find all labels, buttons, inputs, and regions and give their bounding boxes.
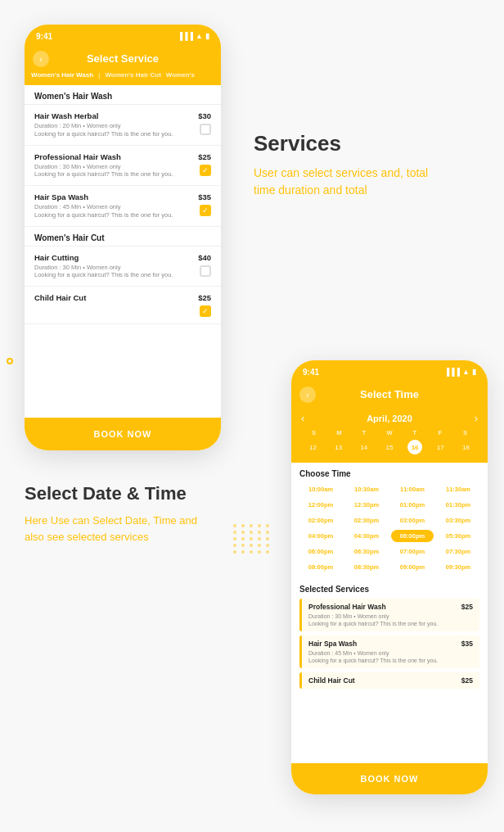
list-item[interactable]: Hair Cutting Duration : 30 Min • Women o…: [25, 246, 221, 287]
selected-services: Selected Services Professional Hair Wash…: [291, 580, 488, 739]
time-slot-0930pm[interactable]: 09:30pm: [437, 561, 479, 573]
date-time-desc: Here Use can Select Date, Time and also …: [25, 513, 213, 545]
calendar: ‹ April, 2020 › S M T W T F S 12 13 14 1…: [291, 407, 488, 463]
time-slot-0430pm[interactable]: 04:30pm: [345, 530, 388, 542]
time-slot-0900pm[interactable]: 09:00pm: [391, 561, 434, 573]
service-name: Hair Spa Wash: [34, 192, 177, 201]
time-slot-0530pm[interactable]: 05:30pm: [437, 530, 479, 542]
wifi-icon: ▲: [196, 32, 203, 40]
time-slot-1030am[interactable]: 10:30am: [345, 483, 388, 495]
cal-day-14[interactable]: 14: [352, 440, 376, 454]
tab-womens-hair-wash[interactable]: Women's Hair Wash: [31, 71, 93, 79]
service-price: $30: [198, 111, 211, 120]
tab-womens[interactable]: Women's: [166, 71, 195, 79]
prev-month-button[interactable]: ‹: [301, 412, 304, 424]
service-price: $40: [198, 253, 211, 262]
list-item[interactable]: Hair Spa Wash Duration : 45 Min • Women …: [25, 186, 221, 227]
list-item[interactable]: Professional Hair Wash Duration : 30 Min…: [25, 146, 221, 187]
month-label: April, 2020: [367, 414, 412, 423]
list-item: Hair Spa Wash $35 Duration : 45 Min • Wo…: [299, 635, 479, 668]
service-desc: Duration : 30 Min • Women onlyLooking fo…: [34, 163, 177, 179]
service-checkbox[interactable]: ✓: [200, 165, 211, 176]
next-month-button[interactable]: ›: [475, 412, 478, 424]
service-price: $25: [198, 152, 211, 161]
selected-services-title: Selected Services: [299, 585, 479, 594]
time-slot-0630pm[interactable]: 06:30pm: [345, 545, 388, 558]
cal-day-12[interactable]: 12: [301, 440, 325, 454]
service-desc: Duration : 30 Min • Women onlyLooking fo…: [34, 264, 177, 280]
days-header: S M T W T F S: [301, 429, 478, 436]
status-time-right: 9:41: [303, 368, 319, 377]
service-name: Professional Hair Wash: [34, 152, 177, 161]
selected-service-desc: Duration : 30 Min • Women onlyLooking fo…: [308, 613, 473, 627]
status-icons-right: ▐▐▐ ▲ ▮: [444, 368, 476, 376]
signal-icon: ▐▐▐: [178, 32, 193, 40]
time-slot-0100pm[interactable]: 01:00pm: [391, 499, 434, 511]
service-name: Hair Wash Herbal: [34, 111, 177, 120]
service-checkbox[interactable]: ✓: [200, 305, 211, 317]
phone-right: 9:41 ▐▐▐ ▲ ▮ ‹ Select Time ‹ April, 2020…: [291, 360, 488, 794]
list-item: Child Hair Cut $25: [299, 672, 479, 689]
phone-left: 9:41 ▐▐▐ ▲ ▮ ‹ Select Service Women's Ha…: [25, 25, 221, 450]
back-button-left[interactable]: ‹: [33, 51, 49, 67]
selected-service-price: $25: [461, 676, 473, 685]
list-item[interactable]: Hair Wash Herbal Duration : 20 Min • Wom…: [25, 105, 221, 146]
page-title-left: Select Service: [87, 52, 159, 65]
services-desc: User can select services and, total time…: [254, 165, 450, 199]
time-slot-0830pm[interactable]: 08:30pm: [345, 561, 388, 573]
time-slot-1000am[interactable]: 10:00am: [299, 483, 342, 495]
selected-service-name: Child Hair Cut: [308, 676, 355, 685]
time-grid: 10:00am 10:30am 11:00am 11:30am 12:00pm …: [299, 483, 479, 573]
cal-day-18[interactable]: 18: [454, 440, 478, 454]
phone-header-right: ‹ Select Time: [291, 383, 488, 407]
time-services-scroll: Choose Time 10:00am 10:30am 11:00am 11:3…: [291, 463, 488, 759]
section-title-wash: Women's Hair Wash: [25, 85, 221, 105]
time-slot-1230pm[interactable]: 12:30pm: [345, 499, 388, 511]
date-time-title: Select Date & Time: [25, 483, 213, 504]
selected-service-price: $25: [461, 603, 473, 611]
choose-time-title: Choose Time: [299, 469, 479, 478]
time-slot-0330pm[interactable]: 03:30pm: [437, 514, 479, 527]
time-slot-0600pm-selected[interactable]: 06:00pm: [391, 530, 434, 542]
back-button-right[interactable]: ‹: [299, 387, 316, 403]
cal-day-16[interactable]: 16: [407, 440, 422, 454]
book-now-button-left[interactable]: BOOK NOW: [25, 418, 221, 450]
date-time-description: Select Date & Time Here Use can Select D…: [25, 483, 213, 545]
status-bar-right: 9:41 ▐▐▐ ▲ ▮: [291, 360, 488, 383]
battery-icon: ▮: [472, 368, 476, 376]
list-item: Professional Hair Wash $25 Duration : 30…: [299, 599, 479, 631]
cal-day-13[interactable]: 13: [326, 440, 350, 454]
service-price: $35: [198, 192, 211, 201]
time-slot-0600pm[interactable]: 06:00pm: [299, 545, 342, 558]
time-slot-0300pm[interactable]: 03:00pm: [391, 514, 434, 527]
service-name: Hair Cutting: [34, 253, 177, 262]
time-slot-0230pm[interactable]: 02:30pm: [345, 514, 388, 527]
battery-icon: ▮: [205, 32, 209, 40]
service-checkbox[interactable]: ✓: [200, 205, 211, 216]
time-slot-0130pm[interactable]: 01:30pm: [437, 499, 479, 511]
cal-day-15[interactable]: 15: [377, 440, 401, 454]
time-slot-0800pm[interactable]: 08:00pm: [299, 561, 342, 573]
signal-icon: ▐▐▐: [444, 368, 460, 376]
book-now-button-right[interactable]: BOOK NOW: [291, 763, 488, 794]
calendar-nav: ‹ April, 2020 ›: [301, 412, 478, 424]
time-slot-0700pm[interactable]: 07:00pm: [391, 545, 434, 558]
time-slot-0200pm[interactable]: 02:00pm: [299, 514, 342, 527]
service-name: Child Hair Cut: [34, 293, 177, 302]
tabs-bar: Women's Hair Wash | Women's Hair Cut Wom…: [25, 71, 221, 85]
cal-day-17[interactable]: 17: [429, 440, 452, 454]
time-slot-0730pm[interactable]: 07:30pm: [437, 545, 479, 558]
choose-time: Choose Time 10:00am 10:30am 11:00am 11:3…: [291, 463, 488, 580]
time-slot-0400pm[interactable]: 04:00pm: [299, 530, 342, 542]
service-checkbox[interactable]: [200, 265, 211, 277]
phone-header-left: ‹ Select Service: [25, 47, 221, 71]
status-icons-left: ▐▐▐ ▲ ▮: [178, 32, 209, 40]
list-item[interactable]: Child Hair Cut $25 ✓: [25, 287, 221, 324]
time-slot-1130am[interactable]: 11:30am: [437, 483, 479, 495]
service-checkbox[interactable]: [200, 124, 211, 135]
tab-womens-hair-cut[interactable]: Women's Hair Cut: [105, 71, 160, 79]
wifi-icon: ▲: [462, 368, 470, 376]
time-slot-1100am[interactable]: 11:00am: [391, 483, 434, 495]
time-slot-1200pm[interactable]: 12:00pm: [299, 499, 342, 511]
service-desc: Duration : 20 Min • Women onlyLooking fo…: [34, 122, 177, 138]
